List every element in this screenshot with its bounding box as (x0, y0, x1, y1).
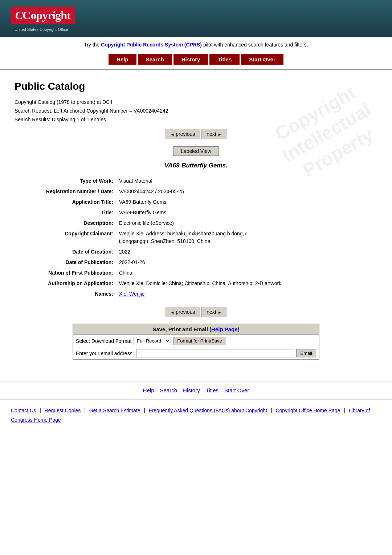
field-value-apptitle: VA69-Butterfly Gems. (116, 197, 377, 207)
field-value-title: VA69-Butterfly Gems. (116, 207, 377, 218)
field-value-authorship: Wenjie Xie; Domicile: China; Citizenship… (116, 278, 377, 289)
nav-bar: Help Search History Titles Start Over (0, 51, 392, 69)
field-label-regnum: Registration Number / Date: (15, 186, 116, 197)
save-section: Save, Print and Email (Help Page) Select… (73, 324, 319, 360)
search-info-line2: Search Request: Left Anchored Copyright … (15, 107, 377, 116)
field-label-claimant: Copyright Claimant: (15, 228, 116, 247)
footer-estimate-link[interactable]: Get a Search Estimate (89, 408, 140, 413)
field-value-regnum: VA0002404242 / 2024-05-25 (116, 186, 377, 197)
field-value-datecreation: 2022 (116, 247, 377, 257)
save-help-link[interactable]: Help Page (211, 326, 238, 332)
footer-links: Contact Us | Request Copies | Get a Sear… (0, 402, 392, 432)
field-label-names: Names: (15, 289, 116, 299)
table-row: Type of Work: Visual Material (15, 176, 377, 186)
download-format-select[interactable]: Full Record Brief Record MARC Tags (134, 337, 171, 345)
table-row: Names: Xie, Wenjie (15, 289, 377, 299)
banner-notice: Try the Copyright Public Records System … (0, 37, 392, 51)
field-value-description: Electronic file (eService) (116, 218, 377, 228)
logo-wrapper: CCopyright United States Copyright Offic… (11, 7, 75, 32)
field-label-datecreation: Date of Creation: (15, 247, 116, 257)
footer-faq-link[interactable]: Frequently Asked Questions (FAQs) about … (149, 408, 267, 413)
field-label-title: Title: (15, 207, 116, 218)
field-value-claimant: Wenjie Xie. Address: bushalu,jinxiushanz… (116, 228, 377, 247)
top-divider (0, 69, 392, 70)
footer-nav-search[interactable]: Search (160, 387, 177, 393)
footer-nav-startover[interactable]: Start Over (224, 387, 249, 393)
table-row: Description: Electronic file (eService) (15, 218, 377, 228)
labeled-view-button[interactable]: Labeled View (173, 146, 219, 156)
download-label: Select Download Format (76, 338, 131, 344)
nav-search-button[interactable]: Search (138, 54, 172, 65)
record-title: VA69-Butterfly Gems. (15, 162, 377, 169)
save-email-row: Enter your email address: Email (73, 347, 319, 359)
field-label-nation: Nation of First Publication: (15, 268, 116, 278)
logo-box: CCopyright (11, 7, 75, 24)
next-button-top[interactable]: next (201, 129, 227, 139)
pagination-top: previous next (15, 129, 377, 139)
names-link[interactable]: Xie, Wenjie (119, 291, 145, 297)
site-header: CCopyright United States Copyright Offic… (0, 0, 392, 37)
field-label-authorship: Authorship on Application: (15, 278, 116, 289)
nav-titles-button[interactable]: Titles (209, 54, 240, 65)
footer-nav-titles[interactable]: Titles (206, 387, 219, 393)
footer-nav-history[interactable]: History (183, 387, 200, 393)
table-row: Application Title: VA69-Butterfly Gems. (15, 197, 377, 207)
next-button-bottom[interactable]: next (201, 307, 227, 317)
table-row: Title: VA69-Butterfly Gems. (15, 207, 377, 218)
field-label-datepub: Date of Publication: (15, 257, 116, 268)
format-print-save-button[interactable]: Format for Print/Save (173, 337, 226, 345)
footer-nav-help[interactable]: Help (143, 387, 154, 393)
cprs-link[interactable]: Copyright Public Records System (CPRS) (101, 42, 202, 48)
search-info-line1: Copyright Catalog (1978 to present) at D… (15, 98, 377, 107)
footer-copyright-office-link[interactable]: Copyright Office Home Page (275, 408, 340, 413)
field-value-names: Xie, Wenjie (116, 289, 377, 299)
field-value-type: Visual Material (116, 176, 377, 186)
field-label-type: Type of Work: (15, 176, 116, 186)
table-row: Date of Publication: 2022-01-26 (15, 257, 377, 268)
logo-subtitle: United States Copyright Office (15, 27, 75, 32)
footer-nav: Help Search History Titles Start Over (0, 384, 392, 396)
table-row: Copyright Claimant: Wenjie Xie. Address:… (15, 228, 377, 247)
page-title: Public Catalog (15, 81, 377, 92)
field-value-datepub: 2022-01-26 (116, 257, 377, 268)
search-info-line3: Search Results: Displaying 1 of 1 entrie… (15, 116, 377, 124)
nav-help-button[interactable]: Help (109, 54, 136, 65)
email-button[interactable]: Email (296, 349, 316, 357)
previous-button-bottom[interactable]: previous (165, 307, 200, 317)
search-info: Copyright Catalog (1978 to present) at D… (15, 98, 377, 124)
pagination-bottom: previous next (15, 307, 377, 317)
bottom-divider2 (0, 399, 392, 400)
table-row: Registration Number / Date: VA0002404242… (15, 186, 377, 197)
save-header: Save, Print and Email (Help Page) (73, 324, 319, 335)
nav-history-button[interactable]: History (173, 54, 208, 65)
table-row: Date of Creation: 2022 (15, 247, 377, 257)
main-content: CopyrightIntellectualProperty Public Cat… (0, 77, 392, 373)
footer-contact-link[interactable]: Contact Us (11, 408, 36, 413)
save-download-row: Select Download Format Full Record Brief… (73, 335, 319, 347)
record-divider-bottom (15, 303, 377, 303)
footer-request-link[interactable]: Request Copies (45, 408, 81, 413)
field-label-description: Description: (15, 218, 116, 228)
email-input[interactable] (136, 349, 294, 357)
previous-button-top[interactable]: previous (165, 129, 200, 139)
nav-startover-button[interactable]: Start Over (241, 54, 283, 65)
table-row: Authorship on Application: Wenjie Xie; D… (15, 278, 377, 289)
record-table: Type of Work: Visual Material Registrati… (15, 176, 377, 299)
table-row: Nation of First Publication: China (15, 268, 377, 278)
field-value-nation: China (116, 268, 377, 278)
email-label: Enter your email address: (76, 351, 134, 356)
record-divider-top (15, 143, 377, 143)
logo-text: CCopyright (15, 9, 70, 22)
bottom-divider (0, 381, 392, 381)
field-label-apptitle: Application Title: (15, 197, 116, 207)
labeled-view-container: Labeled View (15, 146, 377, 156)
